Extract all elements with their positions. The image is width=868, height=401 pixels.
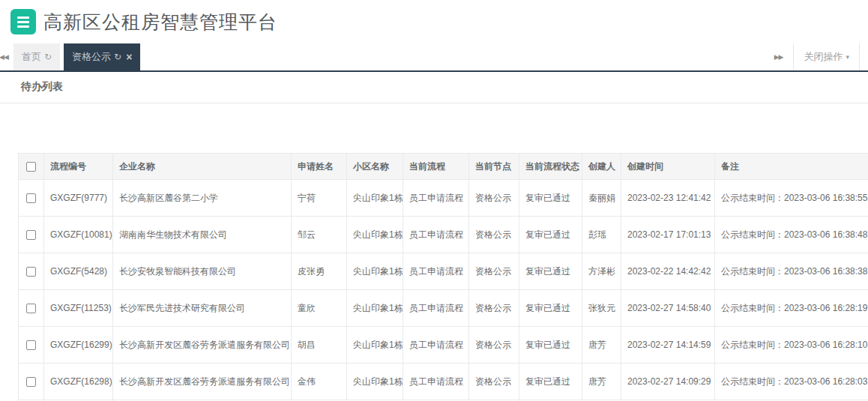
select-all-checkbox[interactable] [26, 162, 36, 172]
refresh-icon[interactable]: ↻ [44, 52, 52, 62]
cell-creator: 唐芳 [582, 364, 621, 400]
cell-company: 长沙高新区麓谷第二小学 [113, 180, 292, 217]
cell-process: 员工申请流程 [403, 217, 469, 253]
row-select-cell [19, 327, 44, 364]
cell-process: 员工申请流程 [403, 364, 469, 400]
cell-applicant: 宁荷 [292, 180, 347, 217]
cell-community: 尖山印象1栋 [347, 217, 403, 253]
select-all-cell [19, 154, 44, 180]
cell-community: 尖山印象1栋 [347, 364, 403, 400]
cell-created_at: 2023-02-27 14:09:29 [621, 364, 715, 400]
tab-qualification-publicity[interactable]: 资格公示 ↻ × [64, 43, 140, 70]
column-header: 当前流程 [403, 154, 469, 180]
cell-created_at: 2023-02-22 14:42:42 [621, 253, 715, 290]
cell-applicant: 童欣 [292, 290, 347, 327]
cell-remark: 公示结束时间：2023-03-06 16:28:19 [715, 290, 868, 327]
cell-status: 复审已通过 [519, 327, 582, 364]
cell-applicant: 皮张勇 [292, 253, 347, 290]
column-header: 小区名称 [347, 154, 403, 180]
row-select-cell [19, 364, 44, 400]
refresh-icon[interactable]: ↻ [114, 52, 121, 62]
cell-node: 资格公示 [469, 180, 519, 217]
cell-community: 尖山印象1栋 [347, 180, 403, 217]
cell-company: 湖南南华生物技术有限公司 [113, 217, 292, 253]
cell-status: 复审已通过 [519, 217, 582, 253]
cell-status: 复审已通过 [519, 364, 582, 400]
close-icon[interactable]: × [126, 51, 132, 63]
tab-bar: ◀◀ 首页 ↻ 资格公示 ↻ × ▶▶ 关闭操作 ▾ [0, 43, 868, 72]
cell-creator: 唐芳 [582, 327, 621, 364]
cell-process_no: GXGZF(10081) [44, 217, 113, 253]
column-header: 创建时间 [621, 154, 715, 180]
scroll-tabs-left-icon[interactable]: ◀◀ [0, 43, 10, 70]
column-header: 当前流程状态 [519, 154, 582, 180]
todo-table: 流程编号企业名称申请姓名小区名称当前流程当前节点当前流程状态创建人创建时间备注 … [18, 153, 868, 401]
cell-created_at: 2023-02-27 14:58:40 [621, 290, 715, 327]
cell-applicant: 邹云 [292, 217, 347, 253]
clipped-toolbar-button[interactable] [860, 43, 868, 70]
row-checkbox[interactable] [26, 377, 36, 387]
table-container: 流程编号企业名称申请姓名小区名称当前流程当前节点当前流程状态创建人创建时间备注 … [18, 153, 868, 401]
close-operations-label: 关闭操作 [804, 50, 843, 64]
cell-community: 尖山印象1栋 [347, 290, 403, 327]
cell-company: 长沙军民先进技术研究有限公司 [113, 290, 292, 327]
cell-remark: 公示结束时间：2023-03-06 16:38:48 [715, 217, 868, 253]
tab-label: 首页 [22, 50, 41, 64]
row-select-cell [19, 217, 44, 253]
cell-process_no: GXGZF(9777) [44, 180, 113, 217]
tabbar-right-controls: ▶▶ 关闭操作 ▾ [764, 43, 868, 70]
cell-creator: 彭瑶 [582, 217, 621, 253]
cell-creator: 秦丽娟 [582, 180, 621, 217]
cell-process_no: GXGZF(11253) [44, 290, 113, 327]
table-row: GXGZF(9777)长沙高新区麓谷第二小学宁荷尖山印象1栋员工申请流程资格公示… [19, 180, 868, 217]
column-header: 创建人 [582, 154, 621, 180]
cell-company: 长沙高新开发区麓谷劳务派遣服务有限公司 [113, 327, 292, 364]
table-row: GXGZF(16299)长沙高新开发区麓谷劳务派遣服务有限公司胡昌尖山印象1栋员… [19, 327, 868, 364]
cell-node: 资格公示 [469, 364, 519, 400]
cell-remark: 公示结束时间：2023-03-06 16:28:10 [715, 327, 868, 364]
row-checkbox[interactable] [26, 193, 36, 203]
table-row: GXGZF(16298)长沙高新开发区麓谷劳务派遣服务有限公司金伟尖山印象1栋员… [19, 364, 868, 400]
menu-icon-bar [17, 25, 29, 28]
cell-applicant: 胡昌 [292, 327, 347, 364]
table-row: GXGZF(11253)长沙军民先进技术研究有限公司童欣尖山印象1栋员工申请流程… [19, 290, 868, 327]
cell-node: 资格公示 [469, 290, 519, 327]
row-checkbox[interactable] [26, 340, 36, 350]
cell-community: 尖山印象1栋 [347, 327, 403, 364]
table-row: GXGZF(10081)湖南南华生物技术有限公司邹云尖山印象1栋员工申请流程资格… [19, 217, 868, 253]
menu-icon[interactable] [10, 9, 36, 34]
cell-created_at: 2023-02-27 14:14:59 [621, 327, 715, 364]
cell-process: 员工申请流程 [403, 180, 469, 217]
cell-company: 长沙安牧泉智能科技有限公司 [113, 253, 292, 290]
row-checkbox[interactable] [26, 267, 36, 277]
cell-creator: 方泽彬 [582, 253, 621, 290]
column-header: 当前节点 [469, 154, 519, 180]
scroll-tabs-right-icon[interactable]: ▶▶ [764, 43, 794, 70]
close-operations-button[interactable]: 关闭操作 ▾ [793, 43, 860, 70]
section-header: 待办列表 [0, 72, 868, 103]
cell-node: 资格公示 [469, 253, 519, 290]
cell-community: 尖山印象1栋 [347, 253, 403, 290]
cell-process_no: GXGZF(16299) [44, 327, 113, 364]
row-select-cell [19, 290, 44, 327]
row-checkbox[interactable] [26, 304, 36, 313]
cell-status: 复审已通过 [519, 180, 582, 217]
cell-status: 复审已通过 [519, 290, 582, 327]
tab-home[interactable]: 首页 ↻ [13, 43, 60, 70]
cell-remark: 公示结束时间：2023-03-06 16:28:03 [715, 364, 868, 400]
column-header: 申请姓名 [292, 154, 347, 180]
column-header: 备注 [715, 154, 868, 180]
section-title: 待办列表 [21, 80, 63, 92]
cell-applicant: 金伟 [292, 364, 347, 400]
cell-process: 员工申请流程 [403, 253, 469, 290]
main-content: 待办列表 流程编号企业名称申请姓名小区名称当前流程当前节点当前流程状态创建人创建… [0, 72, 868, 401]
cell-created_at: 2023-02-23 12:41:42 [621, 180, 715, 217]
cell-process_no: GXGZF(5428) [44, 253, 113, 290]
table-header-row: 流程编号企业名称申请姓名小区名称当前流程当前节点当前流程状态创建人创建时间备注 [19, 154, 868, 180]
cell-remark: 公示结束时间：2023-03-06 16:38:38 [715, 253, 868, 290]
column-header: 流程编号 [44, 154, 113, 180]
app-title: 高新区公租房智慧管理平台 [43, 10, 277, 34]
cell-status: 复审已通过 [519, 253, 582, 290]
row-checkbox[interactable] [26, 230, 36, 240]
cell-process_no: GXGZF(16298) [44, 364, 113, 400]
